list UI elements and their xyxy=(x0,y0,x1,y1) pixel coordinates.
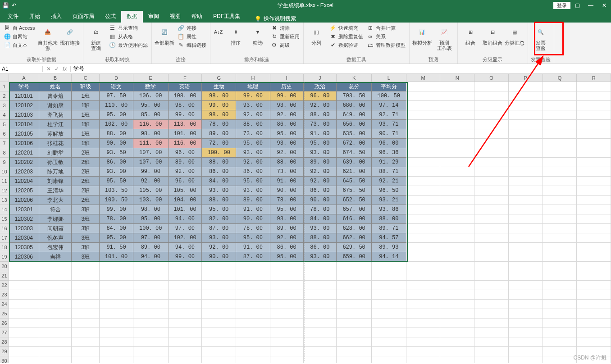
col-header-K[interactable]: K xyxy=(337,74,372,82)
cell[interactable] xyxy=(577,281,611,290)
cell[interactable] xyxy=(406,337,441,347)
cell[interactable]: 88. 00 xyxy=(304,233,337,243)
row-header-7[interactable]: 7 xyxy=(0,139,9,148)
col-header-M[interactable]: M xyxy=(406,74,441,82)
cell[interactable] xyxy=(440,205,474,214)
cell[interactable]: 616. 00 xyxy=(337,214,372,224)
cell[interactable] xyxy=(304,290,337,300)
cell[interactable] xyxy=(577,110,611,120)
cell[interactable]: 93. 86 xyxy=(372,205,406,214)
cell[interactable]: 闫朝霞 xyxy=(39,224,72,233)
cell[interactable] xyxy=(406,252,441,262)
cell[interactable] xyxy=(304,281,337,290)
row-header-26[interactable]: 26 xyxy=(0,318,9,328)
cell[interactable] xyxy=(372,318,406,328)
cell[interactable]: 98. 00 xyxy=(202,110,236,120)
cell[interactable]: 99. 00 xyxy=(236,91,270,101)
cell[interactable]: 621. 00 xyxy=(337,167,372,177)
cell[interactable] xyxy=(509,82,543,91)
cell[interactable] xyxy=(406,196,441,205)
col-header-C[interactable]: C xyxy=(72,74,100,82)
cell[interactable] xyxy=(474,290,509,300)
cell[interactable] xyxy=(236,281,270,290)
spreadsheet-grid[interactable]: ABCDEFGHIJKLMNOPQR1学号姓名班级语文数学英语生物地理历史政治总… xyxy=(0,74,611,363)
col-header-A[interactable]: A xyxy=(9,74,39,82)
cell[interactable] xyxy=(509,262,543,271)
cell[interactable]: 3班 xyxy=(72,214,100,224)
consolidate-button[interactable]: ⊞合并计算 xyxy=(366,24,406,32)
cell[interactable] xyxy=(440,243,474,252)
cell[interactable]: 92. 71 xyxy=(372,110,406,120)
cell[interactable]: 86. 00 xyxy=(304,186,337,196)
col-header-E[interactable]: E xyxy=(133,74,169,82)
cell[interactable]: 662. 00 xyxy=(337,233,372,243)
cell[interactable]: 92. 00 xyxy=(270,148,304,158)
cell[interactable] xyxy=(543,356,577,363)
cell[interactable]: 95. 00 xyxy=(236,177,270,186)
cell[interactable]: 92. 00 xyxy=(236,158,270,167)
cell[interactable] xyxy=(577,224,611,233)
cell[interactable]: 2班 xyxy=(72,186,100,196)
cell[interactable]: 78. 00 xyxy=(100,214,133,224)
cell[interactable]: 98. 00 xyxy=(169,101,202,110)
cell[interactable]: 90. 00 xyxy=(100,139,133,148)
cell[interactable] xyxy=(202,337,236,347)
cell[interactable] xyxy=(474,110,509,120)
cell[interactable] xyxy=(509,318,543,328)
cell[interactable] xyxy=(304,356,337,363)
cell[interactable] xyxy=(543,309,577,318)
cell[interactable] xyxy=(577,196,611,205)
cell[interactable]: 120104 xyxy=(9,120,39,129)
menu-tab-9[interactable]: PDF工具集 xyxy=(208,10,246,23)
cell[interactable]: 3班 xyxy=(72,205,100,214)
cell[interactable]: 82. 00 xyxy=(202,214,236,224)
enter-fx-icon[interactable]: ✓ xyxy=(55,66,59,72)
cell[interactable]: 姓名 xyxy=(39,82,72,91)
ribbon-opts-icon[interactable]: ▢ xyxy=(570,0,584,11)
cell[interactable]: 历史 xyxy=(270,82,304,91)
cell[interactable] xyxy=(474,91,509,101)
cell[interactable]: 675. 50 xyxy=(337,186,372,196)
from-other-button[interactable]: 📥自其他来源 xyxy=(38,24,58,55)
cell[interactable] xyxy=(72,347,100,356)
cell[interactable] xyxy=(236,347,270,356)
cell[interactable]: 91. 50 xyxy=(100,243,133,252)
cell[interactable] xyxy=(474,243,509,252)
cell[interactable]: 100. 50 xyxy=(100,196,133,205)
menu-tab-6[interactable]: 审阅 xyxy=(143,10,164,23)
cell[interactable]: 倪冬声 xyxy=(39,233,72,243)
cell[interactable] xyxy=(169,281,202,290)
cell[interactable] xyxy=(337,271,372,281)
cell[interactable] xyxy=(509,205,543,214)
cell[interactable] xyxy=(100,318,133,328)
col-header-L[interactable]: L xyxy=(372,74,406,82)
cell[interactable] xyxy=(9,328,39,337)
filter-button[interactable]: ▼筛选 xyxy=(248,24,268,55)
cell[interactable] xyxy=(474,101,509,110)
cell[interactable]: 86. 00 xyxy=(236,167,270,177)
cell[interactable]: 107. 00 xyxy=(133,158,169,167)
cell[interactable] xyxy=(406,271,441,281)
cell[interactable] xyxy=(337,318,372,328)
cell[interactable] xyxy=(509,290,543,300)
cell[interactable]: 97. 14 xyxy=(372,101,406,110)
cell[interactable] xyxy=(577,233,611,243)
menu-tab-4[interactable]: 公式 xyxy=(100,10,121,23)
cell[interactable] xyxy=(440,82,474,91)
cell[interactable] xyxy=(169,318,202,328)
cell[interactable]: 120103 xyxy=(9,110,39,120)
cell[interactable]: 数学 xyxy=(133,82,169,91)
row-header-18[interactable]: 18 xyxy=(0,243,9,252)
cell[interactable] xyxy=(474,328,509,337)
cell[interactable]: 100. 50 xyxy=(372,91,406,101)
cell[interactable]: 92. 00 xyxy=(270,233,304,243)
cell[interactable] xyxy=(270,347,304,356)
col-header-O[interactable]: O xyxy=(474,74,509,82)
flash-fill-button[interactable]: ⚡快速填充 xyxy=(328,24,364,32)
cell[interactable] xyxy=(304,271,337,281)
edit-links-button[interactable]: ✎编辑链接 xyxy=(177,41,207,49)
cell[interactable] xyxy=(100,300,133,309)
group-button[interactable]: ⊞组合 xyxy=(461,24,481,55)
cell[interactable]: 2班 xyxy=(72,167,100,177)
cell[interactable]: 97. 50 xyxy=(100,91,133,101)
